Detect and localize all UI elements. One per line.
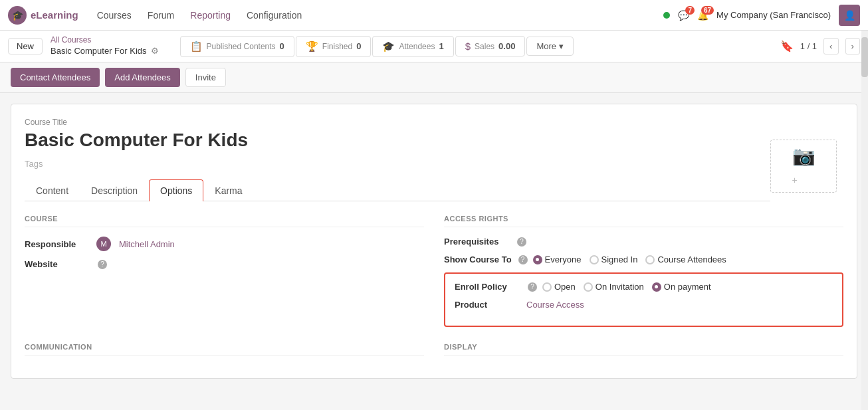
- access-rights-header: ACCESS RIGHTS: [444, 215, 843, 227]
- display-header: DISPLAY: [444, 343, 843, 356]
- messages-count: 7: [685, 6, 695, 15]
- show-signedin-radio[interactable]: [590, 255, 599, 264]
- photo-placeholder[interactable]: 📷+: [770, 140, 837, 193]
- show-attendees-radio[interactable]: [645, 255, 655, 264]
- nav-reporting[interactable]: Reporting: [182, 0, 239, 31]
- enroll-policy-box: Enroll Policy ? Open On Invitation: [444, 272, 843, 327]
- prerequisites-row: Prerequisites ?: [444, 237, 843, 247]
- contact-attendees-button[interactable]: Contact Attendees: [11, 68, 100, 87]
- course-section-header: COURSE: [25, 215, 424, 227]
- sales-btn[interactable]: $ Sales 0.00: [455, 36, 526, 56]
- course-title-value[interactable]: Basic Computer For Kids: [25, 130, 843, 151]
- enroll-open-label: Open: [554, 282, 576, 292]
- top-nav: 🎓 eLearning Courses Forum Reporting Conf…: [0, 0, 868, 31]
- finished-icon: 🏆: [306, 41, 318, 52]
- nav-forum[interactable]: Forum: [140, 0, 182, 31]
- website-help-icon[interactable]: ?: [98, 260, 107, 269]
- two-column-layout: COURSE Responsible M Mitchell Admin Webs…: [25, 215, 843, 327]
- company-name[interactable]: My Company (San Francisco): [716, 10, 831, 20]
- published-label: Published Contents: [207, 42, 276, 51]
- breadcrumb-parent[interactable]: All Courses: [51, 35, 159, 46]
- published-value: 0: [280, 41, 284, 51]
- enroll-policy-label: Enroll Policy: [455, 282, 521, 292]
- tab-options[interactable]: Options: [149, 179, 203, 201]
- tags-field[interactable]: Tags: [25, 159, 843, 169]
- prerequisites-help-icon[interactable]: ?: [517, 237, 526, 247]
- show-attendees-label: Course Attendees: [657, 255, 726, 264]
- prev-page-button[interactable]: ‹: [823, 38, 838, 54]
- show-everyone-option[interactable]: Everyone: [533, 255, 582, 264]
- app-name: eLearning: [31, 9, 78, 21]
- tab-description[interactable]: Description: [80, 179, 149, 201]
- responsible-value[interactable]: Mitchell Admin: [119, 239, 175, 249]
- enroll-payment-option[interactable]: On payment: [652, 282, 711, 292]
- enroll-invitation-label: On Invitation: [596, 282, 644, 292]
- settings-icon[interactable]: ⚙: [151, 46, 159, 57]
- prerequisites-label: Prerequisites: [444, 237, 510, 247]
- enroll-payment-radio[interactable]: [652, 282, 661, 292]
- nav-configuration[interactable]: Configuration: [239, 0, 310, 31]
- bookmark-icon[interactable]: 🔖: [780, 40, 794, 52]
- published-contents-btn[interactable]: 📋 Published Contents 0: [180, 36, 294, 57]
- finished-btn[interactable]: 🏆 Finished 0: [296, 36, 372, 57]
- show-course-help-icon[interactable]: ?: [518, 255, 528, 264]
- show-everyone-label: Everyone: [545, 255, 582, 264]
- show-signedin-option[interactable]: Signed In: [590, 255, 638, 264]
- enroll-open-radio[interactable]: [542, 282, 552, 292]
- scrollbar-track[interactable]: [861, 31, 868, 397]
- attendees-value: 1: [439, 41, 443, 51]
- show-everyone-radio[interactable]: [533, 255, 542, 264]
- more-button[interactable]: More ▾: [526, 37, 574, 56]
- sales-label: Sales: [475, 42, 494, 51]
- next-page-button[interactable]: ›: [845, 38, 860, 54]
- enroll-invitation-radio[interactable]: [584, 282, 593, 292]
- responsible-row: Responsible M Mitchell Admin: [25, 237, 424, 251]
- attendees-btn[interactable]: 🎓 Attendees 1: [372, 36, 453, 57]
- new-button[interactable]: New: [8, 38, 43, 54]
- breadcrumb-current: Basic Computer For Kids: [51, 46, 147, 57]
- responsible-label: Responsible: [25, 239, 91, 249]
- show-attendees-option[interactable]: Course Attendees: [645, 255, 726, 264]
- nav-right-actions: 🔖 1 / 1 ‹ ›: [780, 38, 860, 54]
- nav-courses[interactable]: Courses: [89, 0, 140, 31]
- nav-right: 💬 7 🔔 67 My Company (San Francisco) 👤: [663, 5, 860, 26]
- scrollbar-thumb[interactable]: [861, 37, 868, 77]
- product-label: Product: [455, 300, 521, 310]
- access-rights-section: ACCESS RIGHTS Prerequisites ? Show Cours…: [444, 215, 843, 327]
- enroll-policy-help-icon[interactable]: ?: [528, 282, 537, 292]
- stat-buttons: 📋 Published Contents 0 🏆 Finished 0 🎓 At…: [180, 36, 574, 57]
- activities-badge[interactable]: 🔔 67: [697, 10, 708, 21]
- form-card: Course Title Basic Computer For Kids Tag…: [11, 104, 857, 379]
- status-dot: [663, 12, 670, 19]
- show-course-label: Show Course To: [444, 255, 512, 264]
- show-signedin-label: Signed In: [601, 255, 638, 264]
- main-nav: Courses Forum Reporting Configuration: [89, 0, 663, 31]
- messages-badge[interactable]: 💬 7: [678, 10, 689, 21]
- attendees-label: Attendees: [399, 42, 435, 51]
- website-label: Website: [25, 259, 91, 269]
- enroll-open-option[interactable]: Open: [542, 282, 576, 292]
- published-icon: 📋: [190, 41, 203, 52]
- tab-karma[interactable]: Karma: [203, 179, 253, 201]
- tab-content[interactable]: Content: [25, 179, 80, 201]
- action-buttons-bar: Contact Attendees Add Attendees Invite: [0, 62, 868, 93]
- enroll-policy-row: Enroll Policy ? Open On Invitation: [455, 282, 833, 292]
- sales-value: 0.00: [498, 41, 515, 51]
- invite-button[interactable]: Invite: [185, 68, 226, 87]
- sales-icon: $: [465, 41, 471, 52]
- main-content: Course Title Basic Computer For Kids Tag…: [0, 93, 868, 397]
- enroll-radio-group: Open On Invitation On payment: [542, 282, 711, 292]
- enroll-invitation-option[interactable]: On Invitation: [584, 282, 644, 292]
- communication-header: COMMUNICATION: [25, 343, 424, 356]
- breadcrumb: All Courses Basic Computer For Kids ⚙: [51, 35, 159, 56]
- website-row: Website ?: [25, 259, 424, 269]
- user-avatar[interactable]: 👤: [839, 5, 860, 26]
- add-attendees-button[interactable]: Add Attendees: [105, 68, 180, 87]
- tabs: Content Description Options Karma: [25, 179, 770, 201]
- app-logo[interactable]: 🎓 eLearning: [8, 6, 78, 25]
- form-header: Course Title Basic Computer For Kids Tag…: [25, 118, 843, 169]
- more-label: More: [536, 41, 556, 51]
- finished-value: 0: [356, 41, 361, 51]
- product-value[interactable]: Course Access: [526, 300, 584, 310]
- responsible-avatar: M: [96, 237, 111, 251]
